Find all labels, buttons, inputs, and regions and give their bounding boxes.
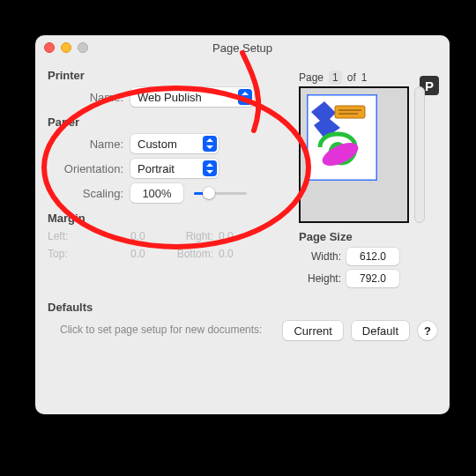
chevron-updown-icon: [203, 136, 217, 152]
paper-name-label: Name:: [48, 138, 130, 151]
page-preview: [299, 86, 409, 223]
current-button[interactable]: Current: [283, 321, 342, 340]
chevron-updown-icon: [203, 160, 217, 176]
right-column: Page 1 of 1: [299, 60, 437, 292]
titlebar: Page Setup: [35, 35, 450, 60]
width-input[interactable]: 612.0: [346, 248, 399, 265]
page-size-section-label: Page Size: [299, 230, 437, 243]
scaling-input[interactable]: 100%: [130, 183, 183, 203]
printer-name-label: Name:: [48, 91, 130, 104]
preview-scrollbar[interactable]: [414, 86, 425, 223]
page-label: Page: [299, 71, 324, 84]
margin-section-label: Margin: [48, 212, 290, 225]
defaults-hint: Click to set page setup for new document…: [48, 324, 274, 338]
page-size-section: Page Size Width: 612.0 Height: 792.0: [299, 230, 437, 287]
margin-top-label: Top:: [48, 248, 130, 260]
printer-name-value: Web Publish: [138, 91, 202, 104]
defaults-row: Click to set page setup for new document…: [48, 321, 437, 340]
page-total: 1: [361, 71, 368, 84]
printer-section-label: Printer: [48, 69, 290, 82]
width-value: 612.0: [360, 250, 386, 263]
margin-bottom-value: 0.0: [213, 248, 234, 260]
margin-right-label: Right:: [169, 230, 213, 242]
scaling-slider[interactable]: [194, 186, 247, 200]
height-label: Height:: [299, 272, 346, 285]
window-title: Page Setup: [212, 41, 272, 55]
scaling-label: Scaling:: [48, 187, 130, 200]
preview-page: [307, 94, 377, 181]
margin-top-value: 0.0: [130, 248, 169, 260]
left-form: Printer Name: Web Publish Paper Name: Cu…: [48, 60, 290, 292]
default-button[interactable]: Default: [352, 321, 409, 340]
page-of-label: of: [347, 71, 356, 84]
minimize-button[interactable]: [61, 42, 71, 53]
close-button[interactable]: [44, 42, 55, 53]
scaling-value: 100%: [142, 187, 171, 200]
margin-left-label: Left:: [48, 230, 130, 242]
orientation-value: Portrait: [138, 162, 175, 175]
chevron-updown-icon: [238, 89, 252, 105]
page-setup-window: Page Setup P Printer Name: Web Publish P…: [35, 35, 450, 414]
help-button[interactable]: ?: [418, 321, 437, 340]
svg-rect-1: [335, 106, 365, 118]
printer-name-select[interactable]: Web Publish: [130, 87, 254, 107]
orientation-label: Orientation:: [48, 162, 130, 175]
preview-artwork-icon: [307, 94, 377, 181]
paper-name-select[interactable]: Custom: [130, 134, 219, 153]
page-counter: Page 1 of 1: [299, 71, 437, 85]
paper-name-value: Custom: [138, 138, 177, 151]
defaults-section-label: Defaults: [48, 301, 437, 314]
orientation-select[interactable]: Portrait: [130, 159, 219, 178]
height-value: 792.0: [360, 272, 386, 285]
content-area: Printer Name: Web Publish Paper Name: Cu…: [35, 60, 450, 351]
page-current[interactable]: 1: [329, 71, 342, 85]
width-label: Width:: [299, 250, 346, 263]
paper-section-label: Paper: [48, 115, 290, 129]
slider-knob[interactable]: [203, 187, 215, 199]
margin-bottom-label: Bottom:: [169, 248, 213, 260]
traffic-light-buttons: [44, 42, 88, 53]
margin-right-value: 0.0: [213, 230, 234, 242]
margin-left-value: 0.0: [130, 230, 169, 242]
height-input[interactable]: 792.0: [346, 270, 399, 287]
zoom-button[interactable]: [78, 42, 88, 53]
